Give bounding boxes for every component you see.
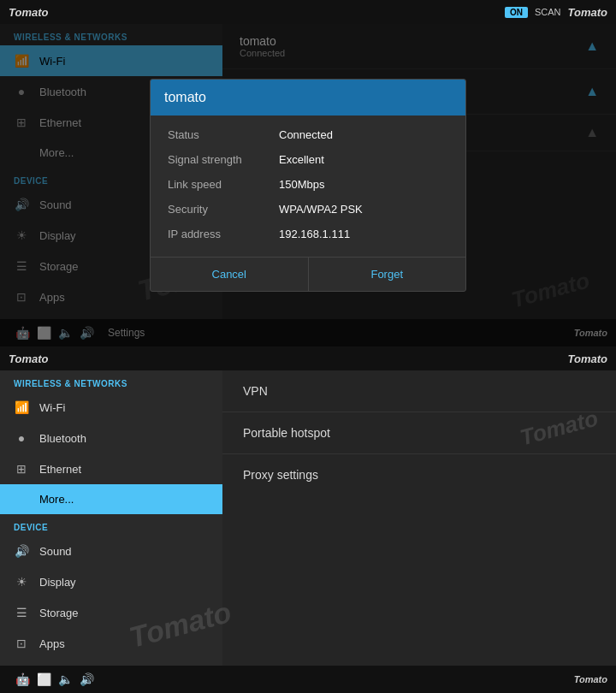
dialog-value-ip: 192.168.1.111 xyxy=(279,228,350,240)
top-bar-logo-right: Tomato xyxy=(568,6,607,19)
bottom-sidebar-storage-label: Storage xyxy=(39,607,79,619)
bottom-wifi-icon: 📶 xyxy=(14,400,29,414)
bottom-sidebar-more-label: More... xyxy=(39,493,74,506)
bottom-section-wireless-label: WIRELESS & NETWORKS xyxy=(0,370,222,392)
vpn-label: VPN xyxy=(243,384,268,398)
bottom-sidebar-item-bluetooth[interactable]: ● Bluetooth xyxy=(0,423,222,453)
bottom-bar-logo-right: Tomato xyxy=(568,352,607,365)
top-panel: Tomato ON SCAN Tomato WIRELESS & NETWORK… xyxy=(0,0,616,346)
bottom-status-bar-logo-right: Tomato xyxy=(574,674,607,684)
bottom-sound-icon: 🔊 xyxy=(14,544,29,558)
dialog-row-security: Security WPA/WPA2 PSK xyxy=(151,197,465,222)
bottom-sidebar-item-sound[interactable]: 🔊 Sound xyxy=(0,536,222,566)
dialog-row-status: Status Connected xyxy=(151,122,465,147)
bottom-sidebar-display-label: Display xyxy=(39,576,76,589)
bottom-sidebar-wifi-label: Wi-Fi xyxy=(39,401,65,414)
bottom-bluetooth-icon: ● xyxy=(14,431,29,445)
dialog-value-signal: Excellent xyxy=(279,153,324,166)
status-icons-bottom: 🤖 ⬜ 🔈 🔊 xyxy=(15,672,94,686)
bottom-sidebar-item-apps[interactable]: ⊡ Apps xyxy=(0,628,222,659)
top-bar-logo-left: Tomato xyxy=(9,6,48,19)
bottom-sidebar-bluetooth-label: Bluetooth xyxy=(39,432,86,445)
dialog-row-linkspeed: Link speed 150Mbps xyxy=(151,172,465,197)
on-badge: ON xyxy=(505,7,528,18)
bottom-sidebar-item-wifi[interactable]: 📶 Wi-Fi xyxy=(0,392,222,423)
bottom-sidebar-apps-label: Apps xyxy=(39,637,65,650)
top-bar-right: ON SCAN Tomato xyxy=(505,6,607,19)
proxy-label: Proxy settings xyxy=(243,468,318,482)
wifi-dialog: tomato Status Connected Signal strength … xyxy=(150,79,466,292)
bottom-sidebar-item-storage[interactable]: ☰ Storage xyxy=(0,597,222,628)
bottom-sidebar-item-more[interactable]: More... xyxy=(0,484,222,514)
bottom-status-bar: 🤖 ⬜ 🔈 🔊 Tomato xyxy=(0,666,616,693)
dialog-label-linkspeed: Link speed xyxy=(168,178,279,191)
bottom-storage-icon: ☰ xyxy=(14,606,29,619)
sidebar-bottom: WIRELESS & NETWORKS 📶 Wi-Fi ● Bluetooth … xyxy=(0,370,222,693)
dialog-body: Status Connected Signal strength Excelle… xyxy=(151,116,465,253)
dialog-label-ip: IP address xyxy=(168,228,279,240)
bottom-display-icon: ☀ xyxy=(14,575,29,589)
bottom-android-icon: 🤖 xyxy=(15,672,30,686)
more-item-vpn[interactable]: VPN xyxy=(222,370,616,412)
dialog-overlay: tomato Status Connected Signal strength … xyxy=(0,24,616,346)
scan-button[interactable]: SCAN xyxy=(535,7,561,17)
dialog-value-linkspeed: 150Mbps xyxy=(279,178,324,191)
dialog-row-signal: Signal strength Excellent xyxy=(151,147,465,172)
dialog-row-ip: IP address 192.168.1.111 xyxy=(151,222,465,246)
bottom-bar-right: Tomato xyxy=(568,352,607,365)
bottom-bar-logo-left: Tomato xyxy=(9,352,48,365)
dialog-label-signal: Signal strength xyxy=(168,153,279,166)
dialog-label-status: Status xyxy=(168,128,279,141)
bottom-volume-low-icon: 🔈 xyxy=(58,672,73,686)
bottom-window-icon: ⬜ xyxy=(37,672,51,686)
dialog-title: tomato xyxy=(151,80,465,116)
bottom-panel: Tomato Tomato WIRELESS & NETWORKS 📶 Wi-F… xyxy=(0,346,616,693)
forget-button[interactable]: Forget xyxy=(309,258,466,291)
bottom-sidebar-sound-label: Sound xyxy=(39,545,72,558)
bottom-top-bar: Tomato Tomato xyxy=(0,346,616,370)
bottom-sidebar-ethernet-label: Ethernet xyxy=(39,463,81,476)
bottom-volume-high-icon: 🔊 xyxy=(80,672,94,686)
bottom-ethernet-icon: ⊞ xyxy=(14,462,29,476)
dialog-footer: Cancel Forget xyxy=(151,257,465,291)
bottom-section-device-label: DEVICE xyxy=(0,514,222,536)
dialog-value-security: WPA/WPA2 PSK xyxy=(279,203,363,216)
more-item-proxy[interactable]: Proxy settings xyxy=(222,454,616,495)
hotspot-label: Portable hotspot xyxy=(243,426,330,440)
cancel-button[interactable]: Cancel xyxy=(151,258,309,291)
more-panel: VPN Portable hotspot Proxy settings xyxy=(222,370,616,666)
more-item-hotspot[interactable]: Portable hotspot xyxy=(222,412,616,454)
dialog-label-security: Security xyxy=(168,203,279,216)
dialog-value-status: Connected xyxy=(279,128,333,141)
bottom-sidebar-item-display[interactable]: ☀ Display xyxy=(0,566,222,597)
bottom-apps-icon: ⊡ xyxy=(14,637,29,650)
top-bar: Tomato ON SCAN Tomato xyxy=(0,0,616,24)
bottom-sidebar-item-ethernet[interactable]: ⊞ Ethernet xyxy=(0,453,222,484)
